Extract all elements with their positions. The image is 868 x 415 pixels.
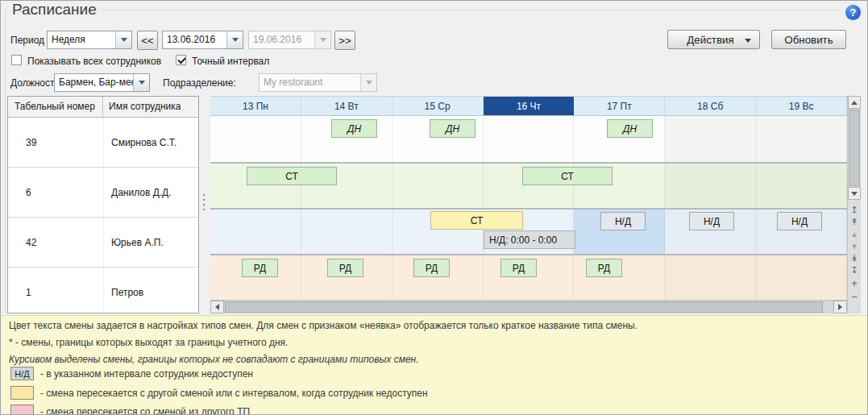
actions-button[interactable]: Действия: [667, 30, 760, 49]
day-header[interactable]: 17 Пт: [574, 97, 665, 115]
shift-badge-conflict[interactable]: СТ: [430, 211, 523, 230]
legend-panel: Цвет текста смены задается в настройках …: [1, 315, 868, 415]
groupbox-border-left: [5, 10, 6, 313]
date-from-select[interactable]: 13.06.2016: [162, 31, 243, 49]
horizontal-scrollbar-thumb[interactable]: [225, 301, 823, 313]
day-header[interactable]: 15 Ср: [392, 97, 484, 115]
employee-table-header: Табельный номер Имя сотрудника: [8, 97, 198, 118]
day-cell-weekend[interactable]: [665, 164, 756, 208]
scroll-left-icon[interactable]: [210, 301, 224, 313]
date-to-select: 19.06.2016: [248, 31, 331, 49]
day-header[interactable]: 13 Пн: [210, 97, 301, 115]
date-from-value: 13.06.2016: [163, 31, 226, 48]
page-down-icon[interactable]: ↡: [848, 252, 861, 264]
legend-note-asterisk: * - смены, границы которых выходят за гр…: [9, 337, 288, 348]
day-cell[interactable]: [210, 116, 301, 162]
employee-name: Петров: [103, 268, 198, 317]
prev-week-button[interactable]: <<: [137, 31, 158, 50]
date-to-value: 19.06.2016: [249, 31, 314, 48]
period-value: Неделя: [48, 31, 115, 48]
shift-badge[interactable]: РД: [242, 259, 278, 277]
exact-interval-checkbox[interactable]: [176, 55, 186, 65]
scroll-to-top-icon[interactable]: ↥: [848, 204, 861, 215]
day-header[interactable]: 19 Вс: [756, 97, 847, 115]
groupbox-border: [5, 10, 839, 10]
unavailable-badge[interactable]: Н/Д: [600, 212, 646, 230]
day-header[interactable]: 14 Вт: [301, 97, 392, 115]
legend-item-label: - смена пересекается с другой сменой или…: [40, 388, 428, 399]
day-cell-weekend[interactable]: [756, 255, 847, 300]
shift-badge[interactable]: РД: [500, 259, 537, 277]
unavailable-interval-badge[interactable]: Н/Д: 0:00 - 0:00: [484, 230, 575, 249]
refresh-button[interactable]: Обновить: [771, 30, 846, 49]
day-cell-weekend[interactable]: [665, 116, 756, 162]
vertical-scrollbar[interactable]: ↥ ↟ ▴ ▾ ↡ ↧ + −: [847, 96, 861, 313]
day-cell-weekend[interactable]: [756, 116, 847, 162]
show-all-employees-checkbox[interactable]: [11, 55, 22, 65]
table-row[interactable]: 39 Смирнова С.Т.: [8, 118, 198, 168]
step-up-icon[interactable]: ▴: [848, 228, 861, 239]
step-down-icon[interactable]: ▾: [848, 240, 861, 251]
day-header[interactable]: 18 Сб: [665, 97, 756, 115]
legend-note-italic: Курсивом выделены смены, границы которых…: [9, 354, 419, 365]
table-row[interactable]: 42 Юрьев А.П.: [8, 218, 198, 268]
shift-badge[interactable]: РД: [327, 259, 363, 277]
next-week-button[interactable]: >>: [334, 31, 355, 50]
legend-note-color: Цвет текста смены задается в настройках …: [9, 320, 638, 331]
help-icon[interactable]: ?: [845, 5, 861, 20]
day-cell-weekend[interactable]: [665, 255, 756, 300]
horizontal-scrollbar[interactable]: [210, 300, 847, 313]
day-header-selected[interactable]: 16 Чт: [484, 97, 575, 115]
schedule-grid: 13 Пн 14 Вт 15 Ср 16 Чт 17 Пт 18 Сб 19 В…: [210, 96, 847, 300]
unavailable-badge[interactable]: Н/Д: [777, 212, 822, 230]
legend-swatch-conflict: [10, 386, 34, 400]
vertical-scrollbar-thumb[interactable]: [849, 110, 860, 186]
scroll-down-icon[interactable]: [848, 187, 861, 200]
shift-badge[interactable]: СТ: [522, 167, 613, 185]
shift-badge[interactable]: СТ: [247, 167, 337, 185]
legend-swatch-other-tp: [10, 405, 34, 415]
exact-interval-label[interactable]: Точный интервал: [192, 56, 269, 67]
period-select[interactable]: Неделя: [47, 31, 132, 49]
day-cell-weekend[interactable]: [756, 164, 847, 208]
department-label: Подразделение:: [163, 77, 236, 89]
day-header-row: 13 Пн 14 Вт 15 Ср 16 Чт 17 Пт 18 Сб 19 В…: [210, 96, 847, 116]
chevron-down-icon[interactable]: [133, 74, 149, 91]
scroll-up-icon[interactable]: [848, 96, 861, 109]
chevron-down-icon: [314, 31, 330, 48]
shift-badge[interactable]: ДН: [607, 119, 653, 138]
table-row[interactable]: 6 Данилов Д.Д.: [8, 168, 198, 218]
column-header-id: Табельный номер: [8, 97, 103, 117]
schedule-window: Расписание ? Период Неделя << 13.06.2016…: [0, 0, 868, 415]
chevron-down-icon[interactable]: [115, 31, 131, 48]
position-select[interactable]: Бармен, Бар-мене...: [54, 73, 150, 92]
table-row[interactable]: 1 Петров: [8, 268, 198, 317]
day-cell[interactable]: [392, 164, 484, 208]
shift-badge[interactable]: ДН: [331, 119, 377, 138]
shift-badge[interactable]: РД: [586, 259, 622, 277]
zoom-in-icon[interactable]: +: [848, 278, 861, 289]
employee-id: 1: [8, 287, 103, 298]
department-value: My restoraunt: [260, 74, 360, 91]
employee-name: Юрьев А.П.: [103, 218, 198, 267]
day-cell[interactable]: [210, 210, 301, 254]
shift-badge[interactable]: РД: [413, 259, 450, 277]
unavailable-badge[interactable]: Н/Д: [689, 212, 734, 230]
zoom-out-icon[interactable]: −: [848, 292, 861, 303]
employee-name: Данилов Д.Д.: [103, 168, 198, 217]
panel-splitter[interactable]: [201, 194, 206, 215]
employee-id: 39: [8, 137, 103, 148]
day-cell[interactable]: [301, 210, 392, 254]
day-cell[interactable]: [484, 116, 575, 162]
page-up-icon[interactable]: ↟: [848, 216, 861, 227]
schedule-row: СТ Н/Д: 0:00 - 0:00 Н/Д Н/Д Н/Д: [210, 208, 847, 254]
scroll-to-bottom-icon[interactable]: ↧: [848, 264, 861, 276]
chevron-down-icon: [745, 39, 751, 43]
chevron-down-icon: [360, 74, 376, 91]
shift-badge[interactable]: ДН: [430, 119, 476, 138]
schedule-row: СТ СТ: [210, 162, 847, 208]
scroll-right-icon[interactable]: [833, 301, 847, 313]
help-glyph: ?: [850, 6, 857, 19]
chevron-down-icon[interactable]: [226, 31, 243, 48]
show-all-employees-label[interactable]: Показывать всех сотрудников: [27, 56, 161, 67]
